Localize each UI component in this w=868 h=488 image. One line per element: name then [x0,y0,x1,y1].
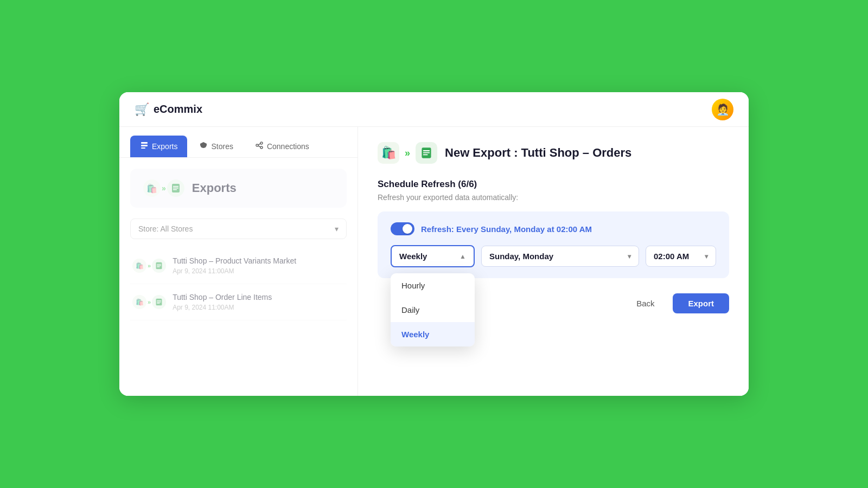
time-chevron-icon: ▾ [705,253,708,260]
tab-exports[interactable]: Exports [130,136,187,157]
refresh-card: Refresh: Every Sunday, Monday at 02:00 A… [378,211,729,278]
svg-rect-1 [141,145,148,146]
dropdowns-row: Weekly ▲ Hourly Daily We [391,245,716,267]
store-filter-arrow: ▾ [335,224,339,233]
right-panel: 🛍️ » New Export : Tutti Shop – Orders Sc… [358,127,749,396]
svg-rect-18 [157,301,161,302]
frequency-dropdown-container: Weekly ▲ Hourly Daily We [391,245,475,267]
icon-chain-header: 🛍️ » [143,179,184,197]
tab-connections[interactable]: Connections [245,136,319,157]
option-weekly-label: Weekly [401,330,429,339]
tab-stores[interactable]: Stores [189,136,242,157]
store-filter-label: Store: All Stores [138,224,193,233]
header: 🛒 eCommix 🧑‍💼 [119,92,749,127]
logo-area: 🛒 eCommix [135,102,202,117]
sheets-icon-item2 [152,295,166,309]
export-item-name-2: Tutti Shop – Order Line Items [173,293,272,301]
option-hourly-label: Hourly [401,281,425,290]
shopify-icon-header: 🛍️ [143,179,161,197]
exports-icon [140,141,149,152]
sidebar-content: 🛍️ » Exports Store: All Stores ▾ [119,158,358,396]
export-item-date-2: Apr 9, 2024 11:00AM [173,304,272,311]
arrow-icon-header: » [162,184,166,192]
page-title: New Export : Tutti Shop – Orders [445,146,631,160]
nav-tabs: Exports Stores [119,127,358,158]
export-item-info-1: Tutti Shop – Product Variants Market Apr… [173,256,296,275]
svg-rect-13 [157,264,161,265]
svg-line-6 [258,144,260,145]
section-desc: Refresh your exported data automatically… [378,193,729,202]
arrow-item1: » [148,262,151,269]
export-list: 🛍️ » Tutti Shop – Product Variants Marke… [130,248,347,320]
frequency-dropdown-menu: Hourly Daily Weekly [391,273,475,346]
tab-connections-label: Connections [267,142,309,151]
svg-point-3 [256,144,258,146]
tab-exports-label: Exports [152,142,177,151]
export-item-info-2: Tutti Shop – Order Line Items Apr 9, 202… [173,293,272,311]
svg-rect-23 [423,154,428,155]
svg-rect-21 [423,150,430,151]
svg-rect-14 [157,265,161,266]
export-item-date-1: Apr 9, 2024 11:00AM [173,267,296,275]
export-item-name-1: Tutti Shop – Product Variants Market [173,256,296,265]
tab-stores-label: Stores [211,142,233,151]
svg-rect-0 [141,142,148,144]
avatar[interactable]: 🧑‍💼 [712,99,733,120]
connections-icon [255,141,264,152]
arrow-icon-lg: » [405,147,410,159]
svg-rect-19 [157,303,159,304]
dropdown-option-weekly[interactable]: Weekly [391,322,475,346]
svg-rect-2 [141,147,145,149]
shopify-icon-item1: 🛍️ [132,259,146,273]
shopify-icon-item2: 🛍️ [132,295,146,309]
list-item[interactable]: 🛍️ » Tutti Shop – Product Variants Marke… [130,248,347,284]
sidebar: Exports Stores [119,127,358,396]
stores-icon [199,141,208,152]
svg-rect-9 [173,186,178,187]
refresh-toggle[interactable] [391,222,414,235]
dropdown-option-daily[interactable]: Daily [391,298,475,322]
refresh-toggle-row: Refresh: Every Sunday, Monday at 02:00 A… [391,222,716,235]
list-item[interactable]: 🛍️ » Tutti Shop – Order Line Items Apr 9… [130,284,347,320]
svg-point-5 [260,146,263,149]
shopify-icon-lg: 🛍️ [378,142,399,164]
svg-line-7 [258,146,260,147]
sidebar-title: Exports [192,181,237,195]
svg-rect-15 [157,267,159,267]
frequency-selected-label: Weekly [399,252,427,261]
app-window: 🛒 eCommix 🧑‍💼 Exports [119,92,749,396]
frequency-chevron-up-icon: ▲ [459,253,466,260]
svg-rect-11 [173,189,177,190]
svg-point-4 [260,142,263,144]
logo-icon: 🛒 [135,102,149,117]
store-filter[interactable]: Store: All Stores ▾ [130,219,347,239]
main-layout: Exports Stores [119,127,749,396]
svg-rect-22 [423,152,430,153]
svg-rect-17 [157,300,161,301]
sheets-icon-lg [416,142,437,164]
dropdown-option-hourly[interactable]: Hourly [391,273,475,298]
section-title: Schedule Refresh (6/6) [378,179,729,190]
days-dropdown[interactable]: Sunday, Monday ▾ [481,246,639,267]
refresh-label: Refresh: Every Sunday, Monday at 02:00 A… [421,224,592,234]
page-icon-chain: 🛍️ » [378,142,437,164]
days-chevron-icon: ▾ [628,253,631,260]
time-dropdown[interactable]: 02:00 AM ▾ [646,246,716,267]
sheets-icon-header [167,179,184,197]
option-daily-label: Daily [401,305,419,314]
sheets-icon-item1 [152,259,166,273]
svg-rect-10 [173,188,178,189]
export-button[interactable]: Export [673,293,729,313]
toggle-knob [403,224,412,234]
icon-chain-item2: 🛍️ » [132,295,166,309]
back-button[interactable]: Back [624,293,666,313]
days-selected-label: Sunday, Monday [489,252,553,261]
app-name: eCommix [154,103,202,115]
frequency-dropdown[interactable]: Weekly ▲ [391,245,475,267]
icon-chain-item1: 🛍️ » [132,259,166,273]
arrow-item2: » [148,299,151,305]
exports-header-card: 🛍️ » Exports [130,169,347,208]
page-title-row: 🛍️ » New Export : Tutti Shop – Orders [378,142,729,164]
time-selected-label: 02:00 AM [654,252,689,261]
